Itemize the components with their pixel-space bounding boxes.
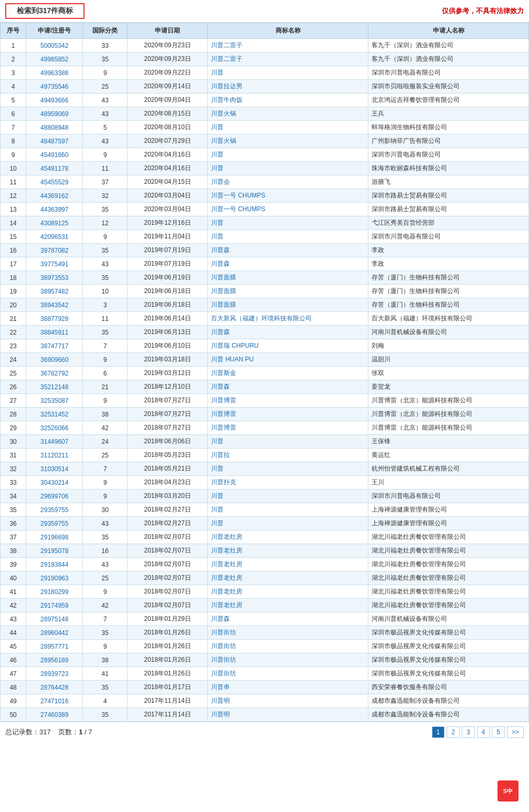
cell-app-num[interactable]: 29193844: [26, 558, 83, 571]
cell-brand-name[interactable]: 川普明: [208, 708, 368, 722]
cell-brand-name[interactable]: 百大新风（福建）环境科技有限公司: [208, 312, 368, 326]
cell-app-num[interactable]: 31120211: [26, 449, 83, 462]
cell-app-num[interactable]: 38973553: [26, 271, 83, 285]
cell-brand-name[interactable]: 川普森: [208, 257, 368, 271]
cell-app-num[interactable]: 29196698: [26, 530, 83, 544]
cell-brand-name[interactable]: 川普森: [208, 380, 368, 394]
cell-brand-name[interactable]: 川普: [208, 162, 368, 175]
cell-app-num[interactable]: 45491660: [26, 148, 83, 162]
cell-app-num[interactable]: 39787082: [26, 244, 83, 257]
cell-brand-name[interactable]: 川普博雷: [208, 421, 368, 435]
cell-brand-name[interactable]: 川普老灶房: [208, 585, 368, 599]
cell-brand-name[interactable]: 川普: [208, 66, 368, 80]
cell-app-num[interactable]: 36909660: [26, 353, 83, 367]
pagination-page-5[interactable]: 5: [492, 726, 505, 738]
cell-app-num[interactable]: 50005342: [26, 39, 83, 53]
cell-brand-name[interactable]: 川普面膜: [208, 298, 368, 312]
cell-brand-name[interactable]: 川普面膜: [208, 285, 368, 298]
cell-brand-name[interactable]: 川普街坊: [208, 640, 368, 653]
cell-brand-name[interactable]: 川普森: [208, 326, 368, 339]
cell-brand-name[interactable]: 川普街坊: [208, 667, 368, 681]
cell-app-num[interactable]: 29174959: [26, 599, 83, 612]
cell-app-num[interactable]: 28975148: [26, 612, 83, 626]
cell-brand-name[interactable]: 川普一号 CHUMPS: [208, 203, 368, 216]
cell-brand-name[interactable]: 川普: [208, 462, 368, 476]
cell-brand-name[interactable]: 川普: [208, 435, 368, 449]
cell-brand-name[interactable]: 川普拉: [208, 449, 368, 462]
cell-app-num[interactable]: 38747717: [26, 339, 83, 353]
cell-brand-name[interactable]: 川普街坊: [208, 626, 368, 640]
cell-app-num[interactable]: 45491178: [26, 162, 83, 175]
cell-brand-name[interactable]: 川普二雷子: [208, 53, 368, 66]
cell-app-num[interactable]: 32535087: [26, 394, 83, 408]
cell-app-num[interactable]: 38943542: [26, 298, 83, 312]
cell-app-num[interactable]: 31030514: [26, 462, 83, 476]
cell-app-num[interactable]: 27460389: [26, 708, 83, 722]
cell-app-num[interactable]: 36782792: [26, 367, 83, 380]
cell-brand-name[interactable]: 川普一号 CHUMPS: [208, 189, 368, 203]
cell-brand-name[interactable]: 川普会: [208, 175, 368, 189]
cell-app-num[interactable]: 32526066: [26, 421, 83, 435]
cell-app-num[interactable]: 48487597: [26, 134, 83, 148]
cell-brand-name[interactable]: 川普森: [208, 612, 368, 626]
cell-brand-name[interactable]: 川普明: [208, 694, 368, 708]
cell-app-num[interactable]: 29190963: [26, 571, 83, 585]
cell-brand-name[interactable]: 川普: [208, 490, 368, 503]
cell-brand-name[interactable]: 川普牛肉饭: [208, 93, 368, 107]
cell-app-num[interactable]: 28957771: [26, 640, 83, 653]
cell-app-num[interactable]: 27471016: [26, 694, 83, 708]
pagination-page-3[interactable]: 3: [462, 726, 475, 738]
cell-brand-name[interactable]: 川普老灶房: [208, 544, 368, 558]
cell-brand-name[interactable]: 川普: [208, 148, 368, 162]
cell-brand-name[interactable]: 川普老灶房: [208, 571, 368, 585]
cell-brand-name[interactable]: 川普面膜: [208, 271, 368, 285]
cell-brand-name[interactable]: 川普 HUAN PU: [208, 353, 368, 367]
cell-app-num[interactable]: 43089125: [26, 216, 83, 230]
cell-brand-name[interactable]: 川普串: [208, 681, 368, 694]
cell-brand-name[interactable]: 川普: [208, 517, 368, 530]
cell-app-num[interactable]: 31449607: [26, 435, 83, 449]
cell-app-num[interactable]: 29359755: [26, 503, 83, 517]
pagination-page-1[interactable]: 1: [432, 726, 445, 738]
cell-app-num[interactable]: 48808948: [26, 121, 83, 134]
cell-app-num[interactable]: 44369162: [26, 189, 83, 203]
cell-brand-name[interactable]: 川普: [208, 216, 368, 230]
cell-brand-name[interactable]: 川普斯金: [208, 367, 368, 380]
cell-app-num[interactable]: 38877928: [26, 312, 83, 326]
cell-brand-name[interactable]: 川普街坊: [208, 653, 368, 667]
cell-app-num[interactable]: 29180299: [26, 585, 83, 599]
cell-app-num[interactable]: 28764428: [26, 681, 83, 694]
cell-brand-name[interactable]: 川普扑克: [208, 476, 368, 490]
cell-brand-name[interactable]: 川普瑞 CHPURU: [208, 339, 368, 353]
cell-app-num[interactable]: 38957482: [26, 285, 83, 298]
cell-app-num[interactable]: 29699706: [26, 490, 83, 503]
cell-app-num[interactable]: 39775491: [26, 257, 83, 271]
cell-brand-name[interactable]: 川普: [208, 121, 368, 134]
cell-brand-name[interactable]: 川普火锅: [208, 107, 368, 121]
cell-app-num[interactable]: 48959069: [26, 107, 83, 121]
cell-app-num[interactable]: 42096531: [26, 230, 83, 244]
cell-app-num[interactable]: 45455529: [26, 175, 83, 189]
cell-app-num[interactable]: 38845911: [26, 326, 83, 339]
cell-app-num[interactable]: 29359755: [26, 517, 83, 530]
cell-brand-name[interactable]: 川普: [208, 503, 368, 517]
cell-app-num[interactable]: 28956189: [26, 653, 83, 667]
cell-brand-name[interactable]: 川普拉达男: [208, 80, 368, 93]
cell-app-num[interactable]: 30430214: [26, 476, 83, 490]
cell-brand-name[interactable]: 川普火锅: [208, 134, 368, 148]
cell-brand-name[interactable]: 川普老灶房: [208, 530, 368, 544]
cell-app-num[interactable]: 49493666: [26, 93, 83, 107]
pagination-next[interactable]: >>: [507, 726, 524, 738]
cell-app-num[interactable]: 29195078: [26, 544, 83, 558]
cell-brand-name[interactable]: 川普博雷: [208, 394, 368, 408]
cell-app-num[interactable]: 49985852: [26, 53, 83, 66]
cell-brand-name[interactable]: 川普二雷子: [208, 39, 368, 53]
pagination-page-4[interactable]: 4: [477, 726, 490, 738]
cell-app-num[interactable]: 28960442: [26, 626, 83, 640]
cell-app-num[interactable]: 49735546: [26, 80, 83, 93]
cell-brand-name[interactable]: 川普森: [208, 244, 368, 257]
cell-app-num[interactable]: 35212148: [26, 380, 83, 394]
cell-brand-name[interactable]: 川普老灶房: [208, 558, 368, 571]
cell-app-num[interactable]: 49963386: [26, 66, 83, 80]
cell-brand-name[interactable]: 川普: [208, 230, 368, 244]
